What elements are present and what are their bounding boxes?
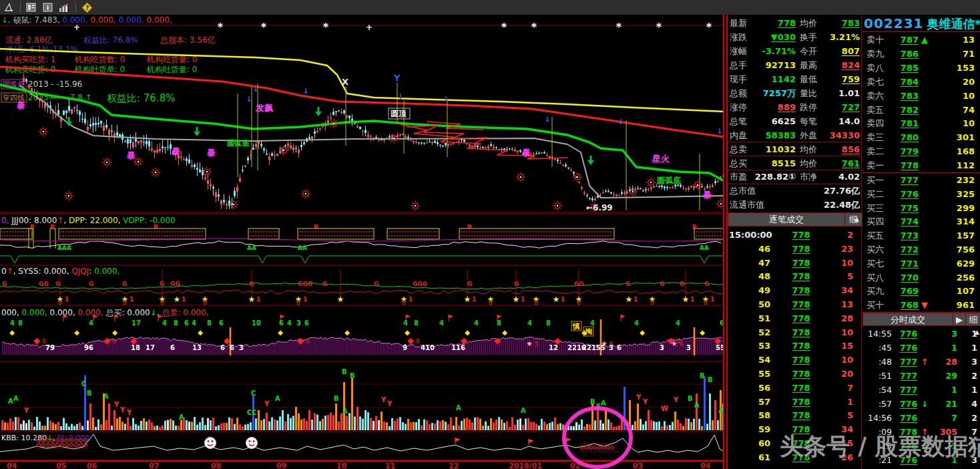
svg-text:96: 96	[84, 344, 93, 351]
time-sales-row[interactable]: :5477711	[863, 383, 980, 397]
ts-volume: 1	[927, 383, 957, 397]
quote-value: 34330	[820, 128, 860, 142]
ts-count: 3	[960, 355, 977, 369]
tick-row[interactable]: 15:00:007782	[728, 228, 854, 242]
svg-text:C: C	[251, 389, 256, 397]
order-book-row[interactable]: 买一777232	[863, 173, 980, 187]
tick-row[interactable]: 567787	[728, 381, 854, 395]
tick-row[interactable]: 6177826	[728, 450, 854, 464]
svg-text:*: *	[323, 21, 329, 33]
svg-text:G: G	[249, 281, 254, 287]
svg-text:4: 4	[10, 319, 15, 327]
tick-row[interactable]: 5577820	[728, 367, 854, 381]
tick-time: 56	[729, 381, 770, 395]
tick-row[interactable]: 487785	[728, 269, 854, 283]
svg-text:★: ★	[671, 339, 678, 348]
tick-time: 52	[729, 325, 770, 339]
order-book-row[interactable]: 买八770256	[863, 271, 980, 285]
book-level-label: 买一	[867, 173, 884, 187]
svg-text:3: 3	[296, 319, 301, 327]
kline-chart-area[interactable]: ↓, 硕鼠: 7.483, 0.000, 0.000, 0.000, 0.000…	[0, 0, 724, 469]
order-book-row[interactable]: 卖二779168	[863, 144, 980, 158]
tick-price: 778	[789, 297, 813, 311]
order-book-row[interactable]: 买七771629	[863, 257, 980, 271]
tick-volume: 26	[814, 450, 853, 464]
svg-text:B: B	[708, 376, 713, 383]
order-book-row[interactable]: 卖六78310	[863, 89, 980, 103]
order-book-row[interactable]: 卖十787▲13	[863, 33, 980, 47]
book-level-label: 卖一	[867, 158, 884, 172]
tick-row[interactable]: 5377815	[728, 339, 854, 353]
tick-row[interactable]: 5277810	[728, 325, 854, 339]
tick-row[interactable]: 5077813	[728, 297, 854, 311]
order-book-row[interactable]: 卖七78420	[863, 75, 980, 89]
book-volume: 756	[932, 243, 975, 257]
order-book-row[interactable]: 卖五78274	[863, 103, 980, 117]
order-book-row[interactable]: 买六772756	[863, 243, 980, 257]
tick-row[interactable]: 4977834	[728, 283, 854, 297]
tick-row[interactable]: 5177828	[728, 311, 854, 325]
tick-row[interactable]: 5977834	[728, 422, 854, 436]
ts-volume: 7	[927, 411, 957, 425]
svg-text:6: 6	[220, 344, 225, 351]
time-sales-row[interactable]: 14:5577631	[863, 327, 980, 341]
quote-label: 总手	[730, 58, 747, 72]
svg-text:◆: ◆	[33, 335, 40, 345]
time-sales-row[interactable]: :15776↓11	[863, 439, 980, 453]
tick-scroll-up-arrow[interactable]: ▲	[854, 216, 859, 222]
ts-count: 1	[960, 341, 977, 355]
tick-price: 778	[789, 256, 813, 270]
svg-text:04: 04	[700, 462, 711, 469]
time-sales-row[interactable]: :57776↓214	[863, 397, 980, 411]
svg-text:12: 12	[449, 462, 459, 469]
time-sales-row[interactable]: 14:5677672	[863, 411, 980, 425]
time-sales-row[interactable]: :2177613	[863, 453, 980, 467]
order-book-row[interactable]: 卖三780301	[863, 130, 980, 144]
book-level-label: 买四	[867, 214, 884, 228]
book-price: 787	[897, 33, 919, 47]
ts-time: 14:56	[864, 411, 892, 425]
time-sales-row[interactable]: :48777↑283	[863, 355, 980, 369]
svg-text:B: B	[402, 300, 406, 306]
tick-detail-button[interactable]: 细	[844, 212, 863, 226]
tick-row[interactable]: 4777810	[728, 256, 854, 270]
margin-flag-icon: ◉	[975, 18, 980, 25]
order-book-row[interactable]: 卖八785153	[863, 61, 980, 75]
order-book-row[interactable]: 买五773157	[863, 228, 980, 243]
book-price: 770	[897, 271, 919, 285]
tick-price: 778	[789, 367, 813, 381]
tick-row[interactable]: 4677823	[728, 242, 854, 256]
quote-label: 涨幅	[730, 44, 747, 58]
svg-text:17: 17	[146, 344, 155, 351]
quote-value: 761	[820, 156, 860, 170]
book-level-label: 买八	[867, 271, 884, 285]
svg-text:05: 05	[56, 462, 66, 469]
tick-volume: 15	[814, 436, 853, 450]
order-book-row[interactable]: 买九769107	[863, 284, 980, 298]
tick-price: 778	[789, 242, 813, 256]
time-sales-row[interactable]: :09778↑3057	[863, 425, 980, 439]
svg-text:6: 6	[680, 341, 684, 347]
order-book-row[interactable]: 买二776325	[863, 187, 980, 201]
time-sales-row[interactable]: :4577611	[863, 341, 980, 355]
time-sales-detail-button[interactable]: 细	[965, 313, 980, 326]
time-sales-row[interactable]: :51777292	[863, 369, 980, 383]
svg-text:04: 04	[7, 462, 17, 469]
svg-text:6: 6	[170, 344, 175, 351]
order-book-row[interactable]: 卖九78671	[863, 47, 980, 61]
order-book-row[interactable]: 卖一778112	[863, 158, 980, 172]
order-book-row[interactable]: 买十768▼961	[863, 298, 980, 312]
svg-text:8: 8	[546, 319, 551, 327]
time-sales-play-button[interactable]: ▶	[953, 313, 966, 326]
order-book-row[interactable]: 买三775299	[863, 201, 980, 215]
tick-row[interactable]: 587785	[728, 408, 854, 422]
svg-text:12: 12	[549, 344, 558, 351]
time-sales-header: 分时成交	[863, 313, 953, 326]
tick-row[interactable]: 577781	[728, 395, 854, 409]
order-book-row[interactable]: 买四774314	[863, 214, 980, 228]
svg-text:1: 1	[634, 296, 638, 303]
tick-row[interactable]: 6077815	[728, 436, 854, 450]
order-book-row[interactable]: 卖四78110	[863, 116, 980, 130]
tick-row[interactable]: 5477810	[728, 353, 854, 367]
svg-text:07: 07	[149, 462, 159, 469]
